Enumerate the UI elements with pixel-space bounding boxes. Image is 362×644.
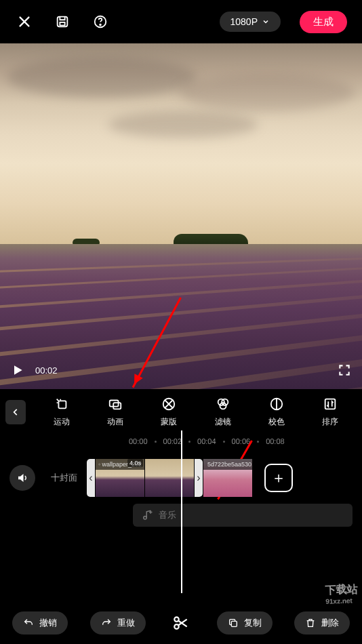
tool-label: 蒙版 [161, 416, 177, 428]
tool-label: 运动 [54, 416, 70, 428]
chevron-left-icon [11, 407, 20, 417]
svg-point-16 [174, 617, 179, 622]
mask-icon [161, 397, 176, 411]
play-button[interactable] [8, 361, 27, 380]
playhead[interactable] [181, 430, 182, 593]
undo-icon [23, 618, 34, 628]
svg-rect-1 [60, 22, 64, 26]
close-button[interactable] [15, 12, 34, 31]
ruler-mark: 00:08 [266, 437, 285, 445]
motion-icon [54, 397, 69, 411]
svg-rect-12 [325, 399, 336, 409]
copy-button[interactable]: 复制 [217, 611, 273, 635]
close-icon [17, 14, 32, 29]
fullscreen-button[interactable] [335, 361, 354, 380]
music-track[interactable]: 音乐 [133, 504, 353, 527]
back-button[interactable] [5, 400, 26, 424]
video-preview[interactable]: 00:02 [0, 43, 362, 389]
bottom-bar: 撤销 重做 复制 删除 [0, 602, 362, 644]
sort-icon [323, 397, 338, 411]
clip-1a[interactable]: wallpaper_202 4.0s [96, 459, 144, 497]
tool-filter[interactable]: 滤镜 [197, 396, 249, 428]
redo-button[interactable]: 重做 [90, 611, 146, 635]
undo-button[interactable]: 撤销 [12, 611, 68, 635]
svg-rect-18 [231, 621, 237, 626]
current-time: 00:02 [35, 365, 58, 376]
save-icon [55, 14, 70, 29]
svg-point-3 [100, 24, 101, 26]
audio-toggle[interactable] [9, 465, 35, 491]
timeline-area: 十封面 ‹ wallpaper_202 4.0s › 5d722be5aa530… [0, 451, 362, 586]
tool-sort[interactable]: 排序 [304, 396, 357, 428]
generate-button[interactable]: 生成 [300, 11, 347, 33]
clip-1b[interactable] [145, 459, 194, 497]
filter-icon [216, 397, 230, 411]
help-button[interactable] [91, 12, 110, 31]
color-correct-icon [269, 397, 284, 411]
tool-mask[interactable]: 蒙版 [143, 396, 195, 428]
ruler-mark: 00:00 [129, 437, 148, 445]
clip-duration: 4.0s [127, 459, 143, 467]
top-bar: 1080P 生成 [0, 0, 362, 43]
music-add-icon [141, 509, 153, 521]
tool-label: 校色 [268, 416, 285, 428]
help-icon [93, 14, 108, 29]
tool-label: 动画 [107, 416, 123, 428]
svg-point-10 [220, 403, 226, 409]
play-icon [11, 363, 24, 377]
add-cover-button[interactable]: 十封面 [45, 459, 83, 497]
delete-label: 删除 [321, 617, 339, 629]
svg-point-13 [99, 464, 100, 465]
ruler-mark: 00:06 [232, 437, 251, 445]
resolution-label: 1080P [230, 16, 258, 27]
ruler-mark: 00:02 [163, 437, 182, 445]
delete-button[interactable]: 删除 [294, 611, 350, 635]
clip-filename: 5d722be5aa530.jpg [207, 461, 252, 468]
animation-icon [108, 397, 123, 411]
svg-point-17 [174, 624, 179, 629]
clip-2[interactable]: 5d722be5aa530.jpg [203, 459, 252, 497]
trash-icon [305, 618, 316, 628]
split-button[interactable] [167, 609, 195, 637]
svg-rect-4 [58, 401, 66, 408]
add-clip-button[interactable]: ＋ [264, 464, 293, 492]
undo-label: 撤销 [39, 617, 57, 629]
clip-type-icon [98, 461, 100, 468]
clip-handle-right[interactable]: › [195, 459, 203, 497]
tool-color[interactable]: 校色 [250, 396, 302, 428]
fullscreen-icon [338, 363, 351, 377]
tool-label: 排序 [322, 416, 338, 428]
ruler-mark: 00:04 [197, 437, 216, 445]
copy-icon [228, 618, 239, 628]
tool-row: 运动 动画 蒙版 滤镜 校色 排序 [0, 389, 362, 432]
copy-label: 复制 [244, 617, 262, 629]
clip-handle-left[interactable]: ‹ [87, 459, 95, 497]
redo-label: 重做 [117, 617, 135, 629]
tool-label: 滤镜 [215, 416, 231, 428]
scissors-icon [172, 614, 190, 632]
resolution-dropdown[interactable]: 1080P [220, 12, 281, 32]
tool-animation[interactable]: 动画 [89, 396, 141, 428]
clips-container: ‹ wallpaper_202 4.0s › 5d722be5aa530.jpg [87, 459, 252, 497]
save-button[interactable] [53, 12, 72, 31]
music-label: 音乐 [159, 509, 176, 521]
tool-motion[interactable]: 运动 [35, 396, 87, 428]
preview-sky [0, 43, 362, 244]
speaker-icon [16, 472, 28, 484]
chevron-down-icon [262, 18, 270, 26]
preview-controls: 00:02 [0, 358, 362, 382]
redo-icon [101, 618, 112, 628]
